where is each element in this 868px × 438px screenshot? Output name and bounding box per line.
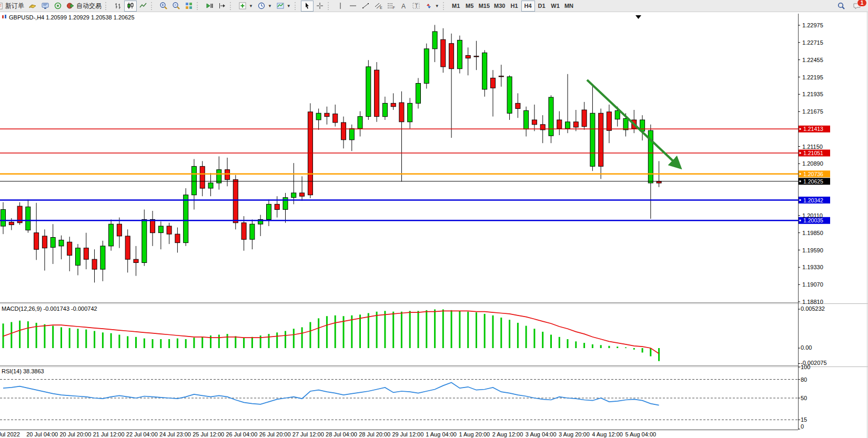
text-label-button[interactable]: T	[410, 1, 422, 12]
toolbar-separator	[443, 2, 447, 10]
price-tick-label: 1.18810	[802, 299, 823, 305]
vertical-line-icon	[336, 2, 345, 10]
candle	[125, 236, 130, 259]
price-tick-label: 1.19590	[802, 247, 823, 253]
chart-shift-marker[interactable]	[635, 15, 641, 19]
fibonacci-button[interactable]: F	[385, 1, 397, 12]
timeframe-button-mn[interactable]: MN	[562, 1, 576, 12]
toolbar: 新订单 自动交易	[0, 0, 868, 12]
candle	[217, 170, 221, 183]
macd-tick-label: 0.00	[801, 344, 812, 351]
candlestick-chart-icon	[126, 2, 135, 10]
candle	[76, 248, 80, 266]
new-order-icon	[0, 2, 4, 10]
time-axis: Jul 202220 Jul 04:0020 Jul 20:0021 Jul 1…	[0, 431, 656, 437]
gold-bar-button[interactable]	[26, 1, 39, 12]
candle	[482, 53, 487, 89]
timeframe-button-w1[interactable]: W1	[549, 1, 562, 12]
candle	[109, 224, 114, 246]
chart-window-icon	[2, 14, 7, 21]
metaeditor-icon	[41, 2, 49, 10]
search-button[interactable]	[835, 1, 847, 12]
text-button[interactable]: A	[397, 1, 410, 12]
chevron-down-icon: ▼	[249, 4, 253, 8]
candle	[316, 113, 321, 120]
chevron-down-icon: ▼	[435, 4, 439, 8]
auto-trading-button[interactable]: 自动交易	[64, 1, 104, 12]
periods-button[interactable]: ▼	[255, 1, 274, 12]
candle	[250, 224, 255, 239]
chat-button[interactable]: 1	[851, 1, 864, 12]
toolbar-separator	[295, 2, 298, 10]
candle	[233, 180, 238, 223]
candle	[184, 195, 188, 243]
line-chart-icon	[139, 2, 147, 10]
candle	[424, 49, 429, 84]
chart-canvas[interactable]: 1.214131.210511.207361.206251.203421.200…	[0, 0, 868, 438]
timeframe-toolbar: M1M5M15M30H1H4D1W1MN	[449, 1, 576, 12]
candle	[158, 226, 163, 233]
candle	[623, 118, 628, 130]
candle	[466, 56, 470, 58]
candle	[92, 259, 97, 269]
zoom-out-button[interactable]	[170, 1, 183, 12]
time-axis-label: 26 Jul 20:00	[259, 431, 291, 437]
line-chart-button[interactable]	[137, 1, 149, 12]
auto-scroll-button[interactable]	[203, 1, 216, 12]
price-axis: 1.229751.227151.224551.221951.219351.216…	[798, 22, 823, 305]
rsi-tick-label: 50	[801, 395, 807, 401]
candle	[358, 117, 362, 129]
candle	[590, 113, 595, 166]
timeframe-button-h1[interactable]: H1	[508, 1, 521, 12]
chevron-down-icon: ▼	[268, 4, 272, 8]
symbol-ohlc-label: GBPUSD-,H4 1.20599 1.20929 1.20538 1.206…	[2, 14, 135, 21]
bar-chart-button[interactable]	[112, 1, 124, 12]
chart-shift-button[interactable]	[216, 1, 228, 12]
svg-text:1.20736: 1.20736	[803, 171, 823, 177]
candle	[549, 97, 553, 136]
timeframe-button-m30[interactable]: M30	[492, 1, 507, 12]
indicators-button[interactable]: ▼	[236, 1, 255, 12]
candle	[200, 166, 205, 188]
price-badge-support-orange: 1.20736	[799, 170, 830, 177]
rsi-indicator-label: RSI(14) 38.3863	[2, 368, 44, 374]
candle	[84, 248, 88, 260]
candle	[175, 234, 180, 242]
panel-borders	[0, 12, 868, 438]
candlestick-chart-button[interactable]	[124, 1, 137, 12]
rsi-panel: 1008050150	[0, 364, 810, 430]
vertical-line-button[interactable]	[334, 1, 347, 12]
candle	[507, 77, 512, 114]
timeframe-button-m15[interactable]: M15	[477, 1, 492, 12]
tile-windows-button[interactable]	[183, 1, 195, 12]
timeframe-button-d1[interactable]: D1	[535, 1, 549, 12]
bar-chart-icon	[114, 2, 122, 10]
mt4-window: { "toolbar": { "new_order_label": "新订单",…	[0, 0, 868, 438]
templates-button[interactable]: ▼	[274, 1, 293, 12]
price-tick-label: 1.19850	[802, 230, 823, 236]
candle	[341, 123, 346, 140]
candle	[375, 70, 379, 116]
arrows-button[interactable]: ▼	[422, 1, 441, 12]
zoom-in-button[interactable]	[157, 1, 170, 12]
metaeditor-button[interactable]	[39, 1, 52, 12]
auto-scroll-icon	[205, 2, 214, 10]
time-axis-label: 20 Jul 04:00	[26, 431, 58, 437]
trendline-button[interactable]	[359, 1, 372, 12]
rsi-line	[3, 383, 659, 405]
crosshair-button[interactable]	[314, 1, 326, 12]
timeframe-button-m5[interactable]: M5	[463, 1, 477, 12]
svg-text:1.20342: 1.20342	[803, 197, 823, 203]
svg-text:F: F	[392, 6, 395, 9]
equidistant-channel-button[interactable]: E	[372, 1, 385, 12]
timeframe-button-m1[interactable]: M1	[449, 1, 463, 12]
signal-button[interactable]	[52, 1, 64, 12]
horizontal-line-button[interactable]	[347, 1, 359, 12]
svg-text:E: E	[380, 6, 382, 9]
new-order-button[interactable]: 新订单	[0, 1, 26, 12]
notification-badge: 1	[857, 0, 867, 7]
timeframe-button-h4[interactable]: H4	[521, 1, 535, 12]
cursor-button[interactable]	[301, 1, 314, 12]
macd-indicator-label: MACD(12,26,9) -0.001743 -0.000742	[2, 305, 97, 312]
macd-panel: 0.0052320.00-0.002075	[3, 305, 827, 366]
